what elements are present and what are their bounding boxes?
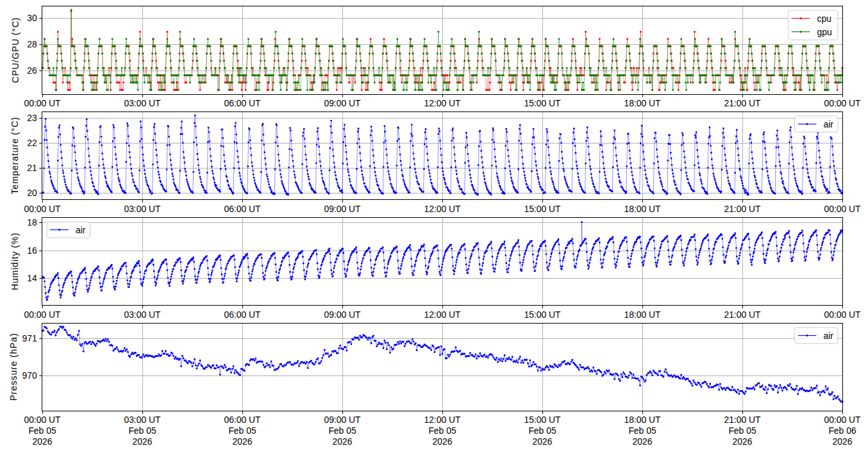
svg-text:00:00 UT: 00:00 UT: [24, 415, 61, 425]
svg-text:Feb 05: Feb 05: [328, 425, 356, 436]
svg-text:21:00 UT: 21:00 UT: [724, 309, 761, 320]
svg-text:03:00 UT: 03:00 UT: [124, 98, 161, 108]
svg-text:cpu: cpu: [817, 13, 831, 24]
svg-text:Feb 05: Feb 05: [28, 425, 56, 436]
svg-text:Feb 05: Feb 05: [528, 425, 556, 436]
svg-text:28: 28: [27, 39, 37, 49]
svg-text:03:00 UT: 03:00 UT: [124, 309, 161, 320]
svg-text:2026: 2026: [833, 436, 853, 447]
svg-text:18:00 UT: 18:00 UT: [624, 309, 661, 320]
svg-text:2026: 2026: [333, 436, 353, 447]
svg-text:air: air: [824, 331, 834, 341]
svg-text:2026: 2026: [233, 436, 253, 447]
svg-text:971: 971: [22, 333, 37, 343]
svg-text:00:00 UT: 00:00 UT: [824, 415, 861, 425]
svg-text:Feb 05: Feb 05: [228, 425, 256, 436]
svg-text:06:00 UT: 06:00 UT: [224, 415, 261, 425]
svg-text:12:00 UT: 12:00 UT: [424, 98, 461, 108]
svg-text:2026: 2026: [33, 436, 53, 447]
svg-text:2026: 2026: [433, 436, 453, 447]
svg-text:Feb 06: Feb 06: [828, 425, 856, 436]
svg-text:gpu: gpu: [817, 27, 832, 37]
svg-text:Feb 05: Feb 05: [628, 425, 656, 436]
svg-text:21:00 UT: 21:00 UT: [724, 415, 761, 425]
svg-text:2026: 2026: [533, 436, 553, 447]
svg-text:00:00 UT: 00:00 UT: [824, 98, 861, 108]
svg-text:Feb 05: Feb 05: [428, 425, 456, 436]
svg-text:26: 26: [27, 65, 37, 76]
svg-text:06:00 UT: 06:00 UT: [224, 98, 261, 108]
svg-text:21:00 UT: 21:00 UT: [724, 98, 761, 108]
svg-text:30: 30: [27, 13, 37, 23]
svg-text:18: 18: [27, 217, 37, 227]
svg-text:Feb 05: Feb 05: [728, 425, 756, 436]
svg-text:21:00 UT: 21:00 UT: [724, 204, 761, 214]
svg-text:00:00 UT: 00:00 UT: [824, 204, 861, 214]
svg-text:00:00 UT: 00:00 UT: [824, 309, 861, 320]
svg-text:22: 22: [27, 138, 37, 148]
svg-text:15:00 UT: 15:00 UT: [524, 415, 561, 425]
svg-text:00:00 UT: 00:00 UT: [24, 204, 61, 214]
svg-text:14: 14: [27, 273, 37, 283]
svg-text:15:00 UT: 15:00 UT: [524, 98, 561, 108]
svg-text:2026: 2026: [633, 436, 653, 447]
svg-text:15:00 UT: 15:00 UT: [524, 204, 561, 214]
svg-text:12:00 UT: 12:00 UT: [424, 415, 461, 425]
svg-text:CPU/GPU (°C): CPU/GPU (°C): [10, 17, 21, 83]
svg-text:00:00 UT: 00:00 UT: [24, 98, 61, 108]
svg-text:12:00 UT: 12:00 UT: [424, 204, 461, 214]
svg-text:18:00 UT: 18:00 UT: [624, 415, 661, 425]
svg-text:Temperature (°C): Temperature (°C): [10, 117, 21, 194]
svg-text:09:00 UT: 09:00 UT: [324, 309, 361, 320]
svg-text:18:00 UT: 18:00 UT: [624, 98, 661, 108]
svg-text:03:00 UT: 03:00 UT: [124, 204, 161, 214]
svg-text:air: air: [76, 225, 86, 235]
svg-text:15:00 UT: 15:00 UT: [524, 309, 561, 320]
svg-text:21: 21: [27, 163, 37, 173]
svg-text:Humidity (%): Humidity (%): [10, 233, 21, 290]
svg-text:06:00 UT: 06:00 UT: [224, 204, 261, 214]
svg-text:00:00 UT: 00:00 UT: [24, 309, 61, 320]
svg-text:2026: 2026: [133, 436, 153, 447]
svg-text:09:00 UT: 09:00 UT: [324, 415, 361, 425]
svg-text:20: 20: [27, 188, 37, 198]
svg-text:Pressure (hPa): Pressure (hPa): [8, 333, 19, 401]
svg-text:09:00 UT: 09:00 UT: [324, 204, 361, 214]
svg-text:03:00 UT: 03:00 UT: [124, 415, 161, 425]
svg-text:09:00 UT: 09:00 UT: [324, 98, 361, 108]
svg-text:970: 970: [22, 370, 37, 381]
svg-text:12:00 UT: 12:00 UT: [424, 309, 461, 320]
svg-text:air: air: [824, 119, 834, 129]
svg-text:06:00 UT: 06:00 UT: [224, 309, 261, 320]
svg-text:Feb 05: Feb 05: [128, 425, 156, 436]
svg-text:23: 23: [27, 113, 37, 123]
svg-text:16: 16: [27, 245, 37, 256]
svg-text:2026: 2026: [733, 436, 753, 447]
svg-text:18:00 UT: 18:00 UT: [624, 204, 661, 214]
